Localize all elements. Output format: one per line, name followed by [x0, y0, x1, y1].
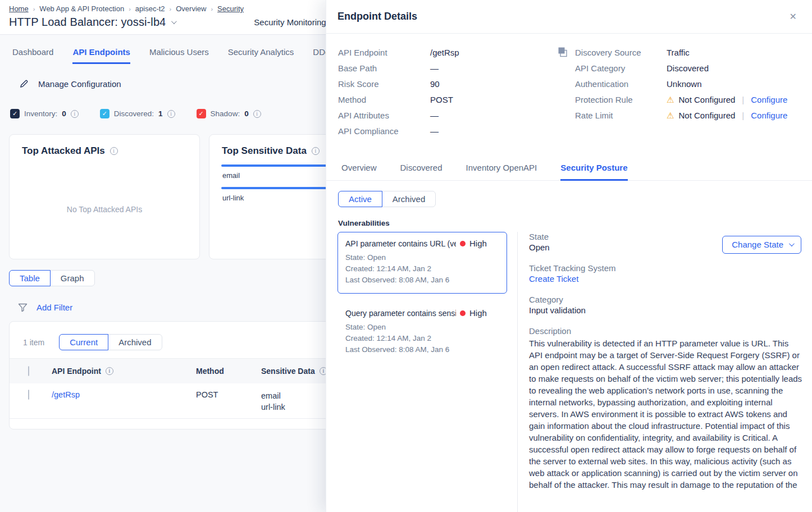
- protection-rule-value: Not Configured: [678, 95, 735, 105]
- breadcrumb-apisec[interactable]: apisec-t2: [135, 4, 165, 13]
- page-title: HTTP Load Balancer: yossi-lb4: [9, 16, 166, 29]
- rate-limit-value: Not Configured: [678, 111, 735, 121]
- warning-icon: ⚠: [667, 111, 674, 121]
- current-button[interactable]: Current: [59, 334, 108, 350]
- active-archived-toggle: Active Archived: [338, 191, 436, 207]
- description-text: This vulnerability is detected if an HTT…: [529, 337, 802, 491]
- inventory-checkbox[interactable]: ✓: [10, 109, 20, 118]
- info-icon[interactable]: i: [106, 367, 113, 375]
- chevron-down-icon[interactable]: [171, 19, 177, 24]
- vulnerability-last-observed: Last Observed: 8:08 AM, Jan 6: [345, 275, 500, 286]
- tab-malicious-users[interactable]: Malicious Users: [149, 47, 209, 64]
- archived-button[interactable]: Archived: [382, 191, 436, 207]
- change-state-button[interactable]: Change State: [722, 236, 801, 254]
- severity-label: High: [469, 308, 487, 318]
- column-api-endpoint: API Endpoint: [52, 367, 101, 376]
- ticket-tracking-label: Ticket Tracking System: [529, 263, 802, 273]
- field-label: API Endpoint: [338, 48, 430, 57]
- manage-configuration-button[interactable]: Manage Configuration: [19, 79, 121, 89]
- field-label: Protection Rule: [575, 95, 667, 105]
- category-filters: ✓ Inventory: 0 i ✓ Discovered: 1 i ✓ Sha…: [10, 109, 261, 118]
- tab-security-posture[interactable]: Security Posture: [560, 163, 627, 181]
- inventory-label: Inventory:: [24, 109, 57, 118]
- breadcrumb-waap[interactable]: Web App & API Protection: [39, 4, 124, 13]
- vulnerabilities-heading: Vulnerabilities: [338, 219, 390, 227]
- api-endpoint-value: /getRsp: [430, 48, 459, 57]
- tab-discovered[interactable]: Discovered: [400, 163, 443, 180]
- add-filter-label: Add Filter: [37, 303, 72, 312]
- api-category-value: Discovered: [667, 63, 709, 73]
- monitoring-mode-dropdown[interactable]: Security Monitoring: [254, 17, 335, 27]
- row-checkbox[interactable]: [28, 390, 29, 400]
- inventory-count: 0: [62, 109, 66, 118]
- info-icon[interactable]: i: [167, 110, 175, 118]
- panel-tabs: Overview Discovered Inventory OpenAPI Se…: [326, 163, 812, 181]
- tab-api-endpoints[interactable]: API Endpoints: [72, 47, 130, 64]
- info-icon[interactable]: i: [312, 147, 320, 155]
- tab-security-analytics[interactable]: Security Analytics: [228, 47, 294, 64]
- base-path-value: —: [430, 63, 439, 73]
- category-value: Input validation: [529, 305, 802, 315]
- breadcrumb-home[interactable]: Home: [9, 4, 29, 13]
- copy-icon[interactable]: [557, 46, 568, 59]
- description-label: Description: [529, 326, 802, 336]
- column-sensitive-data: Sensitive Data: [261, 367, 315, 376]
- divider: |: [742, 95, 744, 105]
- field-label: API Category: [575, 63, 667, 73]
- shadow-label: Shadow:: [211, 109, 240, 118]
- breadcrumb-separator: ›: [170, 6, 172, 12]
- vulnerability-created: Created: 12:14 AM, Jan 2: [345, 263, 500, 275]
- configure-protection-rule-link[interactable]: Configure: [751, 95, 787, 105]
- breadcrumb-overview[interactable]: Overview: [176, 4, 206, 13]
- field-label: Risk Score: [338, 79, 430, 89]
- shadow-checkbox[interactable]: ✓: [197, 109, 206, 118]
- discovered-checkbox[interactable]: ✓: [100, 109, 110, 118]
- tab-overview[interactable]: Overview: [341, 163, 377, 180]
- vulnerability-title: API parameter contains URL (ves-...: [345, 239, 456, 248]
- screen: Home › Web App & API Protection › apisec…: [0, 0, 812, 512]
- panel-title: Endpoint Details: [337, 11, 417, 22]
- api-attributes-value: —: [430, 111, 439, 120]
- change-state-label: Change State: [732, 240, 783, 249]
- select-all-checkbox[interactable]: [28, 366, 29, 376]
- configure-rate-limit-link[interactable]: Configure: [751, 111, 787, 121]
- archived-button[interactable]: Archived: [108, 334, 162, 350]
- tab-dashboard[interactable]: Dashboard: [12, 47, 53, 64]
- top-sensitive-title: Top Sensitive Data: [222, 145, 307, 157]
- warning-icon: ⚠: [667, 95, 674, 105]
- info-icon[interactable]: i: [110, 147, 118, 155]
- filter-funnel-icon: [18, 303, 28, 312]
- close-icon[interactable]: ✕: [790, 11, 797, 22]
- discovery-source-value: Traffic: [667, 48, 690, 57]
- table-view-button[interactable]: Table: [9, 270, 51, 286]
- method-cell: POST: [196, 390, 261, 413]
- vulnerability-created: Created: 12:14 AM, Jan 2: [345, 333, 500, 344]
- category-label: Category: [529, 295, 802, 304]
- add-filter-button[interactable]: Add Filter: [18, 303, 72, 312]
- field-label: Rate Limit: [575, 111, 667, 121]
- breadcrumb: Home › Web App & API Protection › apisec…: [9, 4, 244, 13]
- filter-shadow: ✓ Shadow: 0 i: [197, 109, 261, 118]
- tab-inventory-openapi[interactable]: Inventory OpenAPI: [466, 163, 537, 180]
- breadcrumb-security[interactable]: Security: [217, 4, 244, 13]
- shadow-count: 0: [244, 109, 249, 118]
- vulnerability-card[interactable]: Query parameter contains sensiti... High…: [337, 301, 507, 363]
- info-icon[interactable]: i: [253, 110, 261, 118]
- pencil-icon: [19, 79, 29, 89]
- divider: |: [742, 111, 744, 121]
- endpoint-details-panel: Endpoint Details ✕ API Endpoint /getRsp …: [326, 0, 812, 512]
- endpoint-link[interactable]: /getRsp: [52, 390, 196, 413]
- vulnerability-card[interactable]: API parameter contains URL (ves-... High…: [337, 232, 507, 294]
- active-button[interactable]: Active: [338, 191, 382, 207]
- authentication-value: Unknown: [667, 79, 702, 89]
- main-tabs: Dashboard API Endpoints Malicious Users …: [12, 47, 330, 64]
- create-ticket-link[interactable]: Create Ticket: [529, 274, 802, 284]
- filter-inventory: ✓ Inventory: 0 i: [10, 109, 79, 118]
- field-label: API Compliance: [338, 126, 430, 136]
- api-compliance-value: —: [430, 126, 439, 136]
- info-icon[interactable]: i: [71, 110, 79, 118]
- top-attacked-title: Top Attacked APIs: [22, 145, 105, 157]
- graph-view-button[interactable]: Graph: [50, 270, 95, 286]
- view-toggle: Table Graph: [9, 270, 95, 286]
- manage-configuration-label: Manage Configuration: [38, 79, 121, 89]
